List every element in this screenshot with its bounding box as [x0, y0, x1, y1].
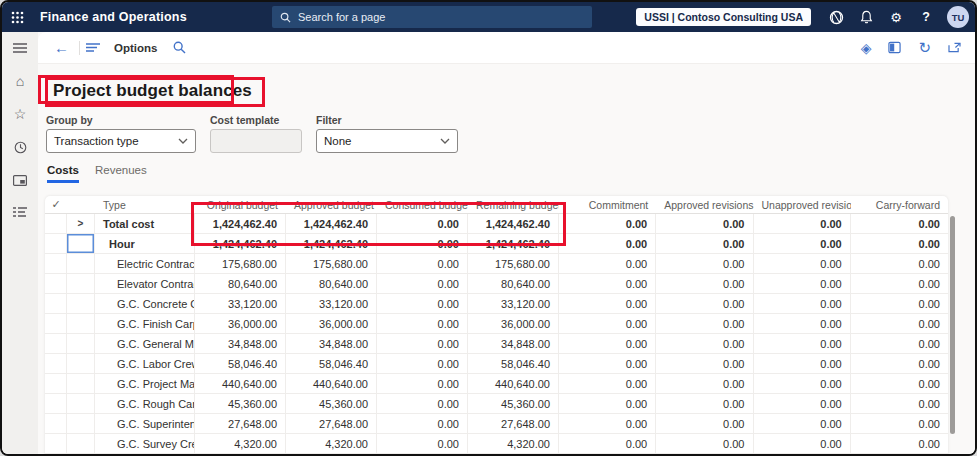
- row-value-cell[interactable]: 440,640.00: [286, 374, 377, 393]
- row-select-cell[interactable]: [45, 354, 67, 373]
- row-value-cell[interactable]: 0.00: [656, 274, 753, 293]
- row-expand-cell[interactable]: [67, 394, 95, 413]
- column-header-type[interactable]: Type: [95, 199, 195, 211]
- home-icon[interactable]: ⌂: [11, 73, 29, 89]
- row-value-cell[interactable]: 1,424,462.40: [468, 234, 559, 253]
- row-expand-cell[interactable]: [67, 254, 95, 273]
- row-value-cell[interactable]: 0.00: [851, 274, 948, 293]
- row-value-cell[interactable]: 0.00: [754, 354, 851, 373]
- column-header-approved-revisions[interactable]: Approved revisions: [656, 199, 753, 211]
- table-row[interactable]: G.C. Rough Carpe...45,360.0045,360.000.0…: [45, 394, 948, 414]
- row-value-cell[interactable]: 0.00: [754, 234, 851, 253]
- row-value-cell[interactable]: 0.00: [754, 314, 851, 333]
- row-value-cell[interactable]: 0.00: [851, 214, 948, 233]
- row-select-cell[interactable]: [45, 294, 67, 313]
- row-value-cell[interactable]: 0.00: [377, 254, 468, 273]
- row-value-cell[interactable]: 0.00: [377, 334, 468, 353]
- row-type-cell[interactable]: G.C. Superintendent: [95, 414, 195, 433]
- row-value-cell[interactable]: 0.00: [656, 254, 753, 273]
- expand-menu-icon[interactable]: [11, 40, 29, 56]
- row-value-cell[interactable]: 27,648.00: [468, 414, 559, 433]
- row-value-cell[interactable]: 0.00: [656, 394, 753, 413]
- row-value-cell[interactable]: 0.00: [559, 254, 656, 273]
- row-value-cell[interactable]: 4,320.00: [286, 434, 377, 453]
- app-title[interactable]: Finance and Operations: [40, 10, 187, 24]
- table-row[interactable]: >Total cost1,424,462.401,424,462.400.001…: [45, 214, 948, 234]
- row-value-cell[interactable]: 0.00: [851, 294, 948, 313]
- row-value-cell[interactable]: 440,640.00: [468, 374, 559, 393]
- row-value-cell[interactable]: 0.00: [754, 274, 851, 293]
- options-tab[interactable]: Options: [114, 42, 157, 54]
- filter-select[interactable]: None: [316, 129, 458, 153]
- row-value-cell[interactable]: 27,648.00: [195, 414, 286, 433]
- row-expand-cell[interactable]: [67, 234, 95, 253]
- row-value-cell[interactable]: 58,046.40: [468, 354, 559, 373]
- row-value-cell[interactable]: 0.00: [656, 334, 753, 353]
- row-value-cell[interactable]: 80,640.00: [195, 274, 286, 293]
- row-value-cell[interactable]: 0.00: [851, 354, 948, 373]
- row-value-cell[interactable]: 1,424,462.40: [195, 214, 286, 233]
- row-value-cell[interactable]: 0.00: [851, 394, 948, 413]
- row-value-cell[interactable]: 33,120.00: [195, 294, 286, 313]
- row-select-cell[interactable]: [45, 214, 67, 233]
- row-expand-cell[interactable]: [67, 314, 95, 333]
- row-type-cell[interactable]: Electric Contractor...: [95, 254, 195, 273]
- recent-clock-icon[interactable]: [11, 139, 29, 155]
- row-value-cell[interactable]: 0.00: [656, 374, 753, 393]
- row-expand-cell[interactable]: [67, 434, 95, 453]
- vertical-scrollbar[interactable]: [950, 216, 955, 434]
- row-value-cell[interactable]: 0.00: [559, 334, 656, 353]
- row-value-cell[interactable]: 440,640.00: [195, 374, 286, 393]
- row-expand-cell[interactable]: >: [67, 214, 95, 233]
- back-arrow-icon[interactable]: ←: [50, 39, 73, 56]
- group-by-select[interactable]: Transaction type: [46, 129, 196, 153]
- row-type-cell[interactable]: G.C. Rough Carpe...: [95, 394, 195, 413]
- table-row[interactable]: G.C. Finish Carpen...36,000.0036,000.000…: [45, 314, 948, 334]
- row-select-cell[interactable]: [45, 254, 67, 273]
- row-value-cell[interactable]: 4,320.00: [468, 434, 559, 453]
- table-row[interactable]: Electric Contractor...175,680.00175,680.…: [45, 254, 948, 274]
- row-value-cell[interactable]: 0.00: [377, 294, 468, 313]
- row-value-cell[interactable]: 0.00: [559, 354, 656, 373]
- row-expand-cell[interactable]: [67, 274, 95, 293]
- row-value-cell[interactable]: 27,648.00: [286, 414, 377, 433]
- row-value-cell[interactable]: 0.00: [656, 354, 753, 373]
- tab-revenues[interactable]: Revenues: [95, 164, 147, 183]
- row-value-cell[interactable]: 0.00: [559, 214, 656, 233]
- row-value-cell[interactable]: 1,424,462.40: [286, 234, 377, 253]
- row-value-cell[interactable]: 80,640.00: [468, 274, 559, 293]
- row-value-cell[interactable]: 0.00: [656, 314, 753, 333]
- row-select-cell[interactable]: [45, 234, 67, 253]
- row-value-cell[interactable]: 0.00: [851, 414, 948, 433]
- table-row[interactable]: G.C. Superintendent27,648.0027,648.000.0…: [45, 414, 948, 434]
- table-row[interactable]: Elevator Contracto...80,640.0080,640.000…: [45, 274, 948, 294]
- row-value-cell[interactable]: 0.00: [559, 434, 656, 453]
- column-header-carry-forward[interactable]: Carry-forward: [851, 199, 948, 211]
- row-type-cell[interactable]: G.C. Project Mana...: [95, 374, 195, 393]
- row-value-cell[interactable]: 0.00: [851, 334, 948, 353]
- row-value-cell[interactable]: 33,120.00: [286, 294, 377, 313]
- row-select-cell[interactable]: [45, 374, 67, 393]
- row-value-cell[interactable]: 0.00: [754, 214, 851, 233]
- row-value-cell[interactable]: 36,000.00: [468, 314, 559, 333]
- user-avatar[interactable]: TU: [947, 6, 969, 28]
- row-value-cell[interactable]: 58,046.40: [286, 354, 377, 373]
- row-value-cell[interactable]: 0.00: [754, 414, 851, 433]
- table-row[interactable]: G.C. Project Mana...440,640.00440,640.00…: [45, 374, 948, 394]
- row-value-cell[interactable]: 0.00: [754, 334, 851, 353]
- row-type-cell[interactable]: G.C. Survey Crew: [95, 434, 195, 453]
- row-value-cell[interactable]: 0.00: [754, 394, 851, 413]
- refresh-icon[interactable]: ↻: [918, 39, 931, 57]
- environment-badge[interactable]: USSI | Contoso Consulting USA: [636, 8, 811, 26]
- row-value-cell[interactable]: 45,360.00: [195, 394, 286, 413]
- settings-gear-icon[interactable]: ⚙: [881, 2, 911, 32]
- row-value-cell[interactable]: 34,848.00: [195, 334, 286, 353]
- row-select-cell[interactable]: [45, 314, 67, 333]
- row-value-cell[interactable]: 45,360.00: [468, 394, 559, 413]
- open-in-new-window-icon[interactable]: [948, 42, 961, 53]
- workspaces-icon[interactable]: [11, 172, 29, 188]
- column-header-original-budget[interactable]: Original budget: [195, 199, 286, 211]
- row-value-cell[interactable]: 0.00: [851, 374, 948, 393]
- row-value-cell[interactable]: 1,424,462.40: [286, 214, 377, 233]
- row-expand-cell[interactable]: [67, 334, 95, 353]
